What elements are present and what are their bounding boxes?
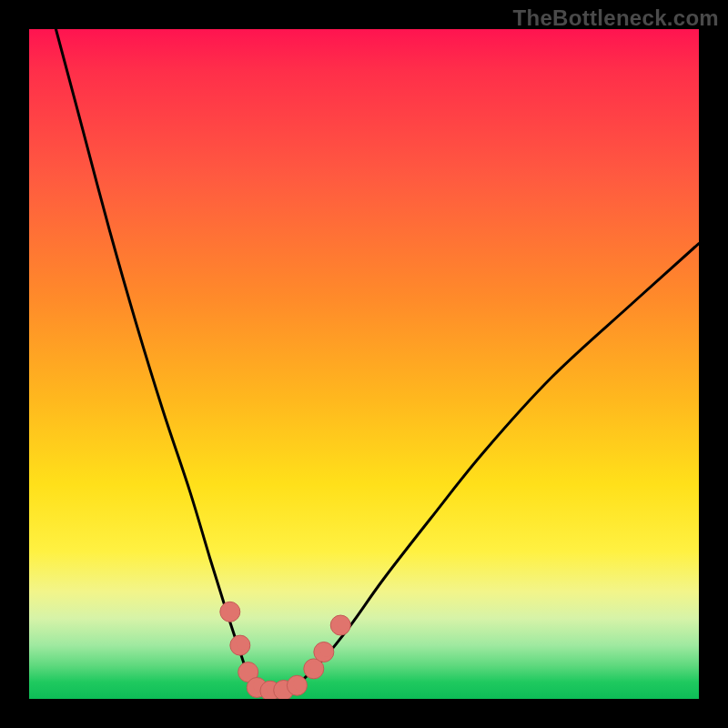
marker-right-cluster-mid bbox=[314, 642, 334, 662]
svg-point-3 bbox=[237, 637, 249, 650]
watermark-text: TheBottleneck.com bbox=[513, 5, 719, 31]
bottleneck-curve bbox=[56, 29, 699, 693]
chart-svg bbox=[29, 29, 699, 699]
svg-point-15 bbox=[310, 661, 323, 673]
marker-floor-4 bbox=[287, 675, 307, 695]
data-markers bbox=[220, 602, 350, 699]
marker-right-cluster-top bbox=[330, 615, 350, 635]
svg-point-5 bbox=[245, 664, 258, 677]
svg-point-1 bbox=[227, 603, 239, 616]
marker-left-cluster-top bbox=[220, 602, 240, 622]
svg-point-19 bbox=[337, 617, 349, 630]
marker-left-cluster-mid bbox=[230, 635, 250, 655]
svg-point-13 bbox=[293, 677, 306, 690]
svg-point-17 bbox=[320, 643, 333, 656]
plot-area bbox=[29, 29, 699, 699]
chart-frame: TheBottleneck.com bbox=[0, 0, 728, 728]
